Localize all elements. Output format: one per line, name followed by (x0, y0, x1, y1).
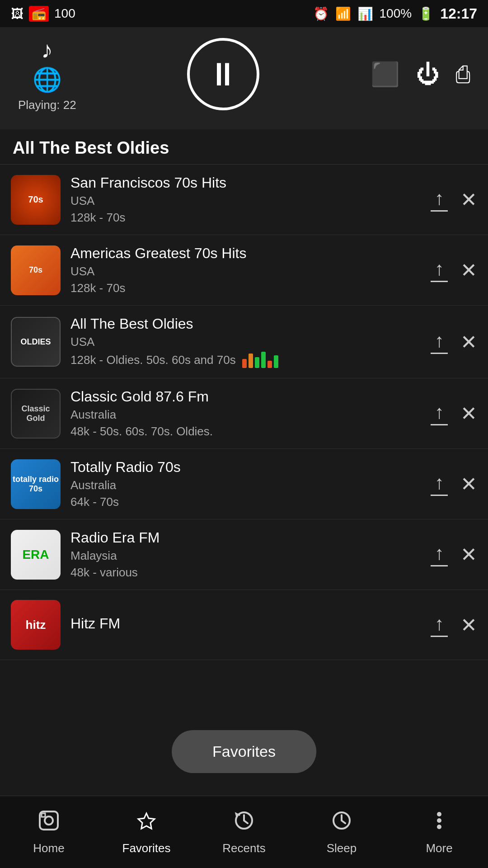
pause-button[interactable]: ⏸ (187, 38, 259, 110)
radio-name: Totally Radio 70s (70, 459, 421, 476)
move-up-button[interactable]: ↑ (431, 401, 448, 425)
radio-name: Radio Era FM (70, 529, 421, 546)
status-bar: 🖼 📻 100 ⏰ 📶 📊 100% 🔋 12:17 (0, 0, 488, 27)
radio-item[interactable]: hitzHitz FM↑✕ (0, 590, 488, 660)
move-up-arrow-icon: ↑ (435, 472, 444, 494)
radio-country: Malaysia (70, 549, 421, 563)
remove-icon[interactable]: ✕ (460, 613, 477, 637)
radio-item[interactable]: OLDIESAll The Best OldiesUSA128k - Oldie… (0, 306, 488, 378)
nav-favorites-icon (135, 809, 158, 838)
eq-bar (242, 359, 247, 368)
radio-actions: ↑✕ (431, 188, 477, 212)
player-left-icons: ♪ 🌐 Playing: 22 (18, 36, 76, 112)
power-icon[interactable]: ⏻ (416, 61, 440, 88)
radio-thumbnail: totally radio 70s (11, 459, 61, 509)
radio-name: San Franciscos 70s Hits (70, 175, 421, 191)
playing-label: Playing: 22 (18, 98, 76, 112)
nav-sleep-label: Sleep (327, 841, 357, 855)
player-controls-row: ♪ 🌐 Playing: 22 ⏸ ⬛ ⏻ ⎙ (18, 36, 470, 112)
move-up-button[interactable]: ↑ (431, 472, 448, 496)
radio-country: USA (70, 335, 421, 349)
share-icon[interactable]: ⎙ (456, 61, 470, 88)
radio-thumbnail: OLDIES (11, 317, 61, 367)
move-up-underline (431, 210, 448, 212)
photo-icon: 🖼 (11, 6, 23, 21)
radio-item[interactable]: 70sSan Franciscos 70s HitsUSA128k - 70s↑… (0, 165, 488, 235)
radio-country: Australia (70, 478, 421, 492)
eq-bar (249, 354, 253, 368)
radio-meta: 48k - 50s. 60s. 70s. Oldies. (70, 425, 421, 439)
favorites-toast-label: Favorites (212, 743, 276, 760)
pause-icon: ⏸ (207, 58, 239, 90)
radio-thumbnail: 70s (11, 175, 61, 225)
radio-meta: 64k - 70s (70, 495, 421, 509)
svg-point-7 (437, 825, 441, 829)
radio-name: Hitz FM (70, 615, 421, 632)
remove-icon[interactable]: ✕ (460, 472, 477, 495)
nav-item-sleep[interactable]: Sleep (293, 809, 390, 855)
radio-list: 70sSan Franciscos 70s HitsUSA128k - 70s↑… (0, 165, 488, 660)
nav-favorites-label: Favorites (122, 841, 171, 855)
move-up-button[interactable]: ↑ (431, 542, 448, 566)
radio-item[interactable]: Classic GoldClassic Gold 87.6 FmAustrali… (0, 378, 488, 449)
svg-rect-2 (42, 813, 45, 817)
move-up-arrow-icon: ↑ (435, 613, 444, 635)
radio-country: USA (70, 264, 421, 278)
radio-thumbnail: hitz (11, 600, 61, 650)
remove-icon[interactable]: ✕ (460, 188, 477, 211)
move-up-button[interactable]: ↑ (431, 188, 448, 212)
radio-meta: 128k - Oldies. 50s. 60s and 70s (70, 352, 421, 368)
remove-icon[interactable]: ✕ (460, 330, 477, 354)
status-right-icons: ⏰ 📶 📊 100% 🔋 12:17 (313, 5, 477, 22)
radio-thumbnail: ERA (11, 530, 61, 580)
nav-more-label: More (426, 841, 452, 855)
nav-item-recents[interactable]: Recents (195, 809, 293, 855)
alarm-icon: ⏰ (313, 6, 329, 21)
nav-item-home[interactable]: Home (0, 809, 98, 855)
player-right-icons: ⬛ ⏻ ⎙ (371, 61, 470, 88)
battery-icon: 🔋 (418, 6, 434, 21)
nav-more-icon (427, 809, 451, 838)
nav-item-favorites[interactable]: Favorites (98, 809, 195, 855)
svg-point-5 (437, 812, 441, 816)
stop-icon[interactable]: ⬛ (371, 61, 400, 88)
wifi-icon: 📶 (335, 6, 351, 21)
remove-icon[interactable]: ✕ (460, 259, 477, 282)
radio-info: San Franciscos 70s HitsUSA128k - 70s (70, 175, 421, 225)
move-up-button[interactable]: ↑ (431, 613, 448, 637)
move-up-button[interactable]: ↑ (431, 258, 448, 282)
radio-info: Radio Era FMMalaysia48k - various (70, 529, 421, 580)
nav-item-more[interactable]: More (390, 809, 488, 855)
radio-name: Classic Gold 87.6 Fm (70, 388, 421, 405)
music-icon[interactable]: ♪ (41, 36, 53, 63)
eq-bar (255, 357, 259, 368)
player-header: ♪ 🌐 Playing: 22 ⏸ ⬛ ⏻ ⎙ (0, 27, 488, 129)
radio-item[interactable]: ERARadio Era FMMalaysia48k - various↑✕ (0, 519, 488, 590)
remove-icon[interactable]: ✕ (460, 543, 477, 566)
battery-label: 100% (380, 6, 412, 21)
nav-sleep-icon (330, 809, 353, 838)
status-left-icons: 🖼 📻 100 (11, 6, 75, 22)
move-up-underline (431, 495, 448, 496)
radio-item[interactable]: totally radio 70sTotally Radio 70sAustra… (0, 449, 488, 519)
eq-bar (274, 355, 278, 368)
nav-home-icon (37, 809, 61, 838)
equalizer-bars (242, 352, 278, 368)
radio-country: Australia (70, 408, 421, 422)
remove-icon[interactable]: ✕ (460, 402, 477, 425)
eq-bar (267, 361, 272, 368)
signal-bars-icon: 📊 (357, 6, 373, 21)
move-up-button[interactable]: ↑ (431, 330, 448, 354)
radio-actions: ↑✕ (431, 330, 477, 354)
status-time: 12:17 (440, 5, 477, 22)
move-up-underline (431, 353, 448, 354)
radio-item[interactable]: 70sAmericas Greatest 70s HitsUSA128k - 7… (0, 235, 488, 306)
nav-recents-label: Recents (222, 841, 265, 855)
radio-meta: 48k - various (70, 566, 421, 580)
radio-actions: ↑✕ (431, 542, 477, 566)
section-title-text: All The Best Oldies (13, 138, 169, 157)
radio-actions: ↑✕ (431, 472, 477, 496)
globe-icon[interactable]: 🌐 (33, 66, 62, 94)
radio-meta: 128k - 70s (70, 281, 421, 295)
radio-info: Totally Radio 70sAustralia64k - 70s (70, 459, 421, 509)
